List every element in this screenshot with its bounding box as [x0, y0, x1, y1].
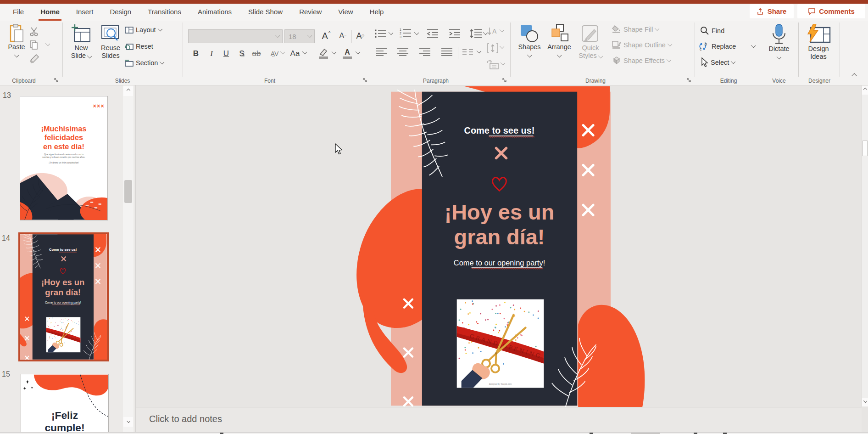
- line-spacing-button[interactable]: [470, 28, 482, 39]
- clear-formatting-button[interactable]: A▯: [353, 29, 367, 43]
- font-color-chevron[interactable]: [356, 50, 360, 54]
- design-ideas-button[interactable]: Design Ideas: [802, 24, 835, 61]
- dictate-button[interactable]: Dictate: [763, 24, 795, 60]
- arrange-button[interactable]: Arrange: [545, 24, 573, 58]
- align-center-button[interactable]: [397, 48, 408, 57]
- reuse-slides-button[interactable]: Reuse Slides: [97, 24, 124, 60]
- grow-font-button[interactable]: A^: [319, 29, 333, 43]
- grand-opening-image[interactable]: GRAND OPENING designed by freepik.com: [457, 299, 544, 388]
- copy-dropdown-chevron[interactable]: [45, 41, 50, 46]
- numbering-chevron[interactable]: [414, 30, 419, 35]
- tab-slide-show[interactable]: Slide Show: [240, 4, 291, 21]
- slide-headline[interactable]: Come to see us!: [464, 125, 534, 135]
- slide-subtitle[interactable]: Come to our opening party!: [45, 301, 81, 304]
- bold-button[interactable]: B: [189, 47, 203, 61]
- tab-insert[interactable]: Insert: [68, 4, 102, 21]
- change-case-button[interactable]: Aa: [288, 47, 302, 61]
- layout-button[interactable]: Layout: [125, 26, 162, 34]
- paragraph-dialog-launcher[interactable]: [502, 78, 508, 84]
- drawing-dialog-launcher[interactable]: [686, 78, 692, 84]
- slide-title[interactable]: ¡Hoy es un gran día!: [41, 277, 84, 297]
- decrease-indent-button[interactable]: [427, 28, 439, 39]
- thumbnail-scroll-up-arrow[interactable]: [123, 86, 133, 96]
- canvas-scrollbar[interactable]: [862, 85, 868, 407]
- italic-button[interactable]: I: [205, 47, 218, 61]
- replace-chevron[interactable]: [751, 43, 756, 48]
- align-right-button[interactable]: [419, 48, 430, 57]
- thumbnail-scrollbar-thumb[interactable]: [124, 180, 132, 203]
- highlight-color-button[interactable]: [317, 48, 329, 60]
- increase-indent-button[interactable]: [449, 28, 461, 39]
- tab-home[interactable]: Home: [32, 4, 68, 21]
- font-color-button[interactable]: A: [341, 48, 353, 60]
- tab-review[interactable]: Review: [291, 4, 330, 21]
- tab-view[interactable]: View: [330, 4, 361, 21]
- share-button[interactable]: Share: [750, 4, 794, 18]
- shape-outline-button[interactable]: Shape Outline: [612, 41, 672, 49]
- justify-button[interactable]: [441, 48, 452, 57]
- tab-transitions[interactable]: Transitions: [139, 4, 189, 21]
- numbering-button[interactable]: 123: [399, 28, 411, 39]
- replace-button[interactable]: bc Replace: [698, 42, 736, 51]
- text-direction-chevron[interactable]: [500, 28, 504, 32]
- find-button[interactable]: Find: [700, 26, 724, 35]
- align-text-chevron[interactable]: [500, 44, 504, 49]
- font-dialog-launcher[interactable]: [362, 78, 368, 84]
- shape-effects-button[interactable]: Shape Effects: [612, 56, 671, 64]
- align-left-button[interactable]: [376, 48, 387, 57]
- paste-button[interactable]: Paste: [5, 24, 28, 58]
- canvas-scrollbar-thumb[interactable]: [862, 141, 868, 156]
- reset-label: Reset: [136, 43, 153, 50]
- align-text-button[interactable]: [487, 43, 498, 54]
- select-button[interactable]: Select: [700, 57, 735, 67]
- columns-button[interactable]: [462, 49, 473, 56]
- tab-design[interactable]: Design: [101, 4, 139, 21]
- slide-15-thumbnail[interactable]: ¡Feliz cumple!: [21, 374, 109, 434]
- cut-button[interactable]: [29, 27, 39, 36]
- character-spacing-button[interactable]: AV↔: [266, 47, 280, 61]
- character-spacing-chevron[interactable]: [280, 50, 285, 54]
- notes-panel[interactable]: Click to add notes: [136, 407, 862, 432]
- bullets-chevron[interactable]: [389, 30, 393, 35]
- comments-button[interactable]: Comments: [797, 4, 865, 18]
- clipboard-dialog-launcher[interactable]: [54, 78, 60, 84]
- strikethrough-button[interactable]: ab: [250, 47, 263, 61]
- canvas-scroll-down-arrow[interactable]: [862, 398, 868, 406]
- canvas-scroll-up-arrow[interactable]: [862, 86, 868, 95]
- collapse-ribbon-chevron[interactable]: [851, 73, 857, 78]
- slide-14-thumbnail[interactable]: Come to see us! ¡Hoy es un gran día! Com…: [18, 232, 109, 361]
- convert-smartart-button[interactable]: [486, 59, 499, 70]
- new-slide-button[interactable]: New Slide: [68, 24, 95, 60]
- convert-smartart-chevron[interactable]: [501, 61, 505, 65]
- bullets-button[interactable]: [374, 28, 386, 39]
- text-direction-button[interactable]: A: [487, 26, 498, 37]
- copy-button[interactable]: [29, 40, 39, 50]
- reset-button[interactable]: Reset: [125, 43, 153, 50]
- tab-animations[interactable]: Animations: [189, 4, 240, 21]
- tab-help[interactable]: Help: [362, 4, 392, 21]
- shapes-button[interactable]: Shapes: [517, 24, 542, 58]
- slide-headline[interactable]: Come to see us!: [49, 248, 77, 252]
- quick-styles-button[interactable]: Quick Styles: [576, 24, 605, 60]
- shape-fill-button[interactable]: Shape Fill: [612, 25, 659, 33]
- underline-button[interactable]: U: [219, 47, 233, 61]
- grand-opening-image[interactable]: GRAND OPENING designed by freepik.com: [46, 317, 81, 352]
- columns-chevron[interactable]: [477, 49, 481, 53]
- highlight-color-chevron[interactable]: [332, 50, 336, 54]
- font-name-combobox[interactable]: [188, 29, 283, 43]
- slide-title[interactable]: ¡Hoy es un gran día!: [445, 200, 555, 249]
- slide-13-thumbnail[interactable]: ××× ¡Muchísimas felicidades en este día!…: [20, 96, 108, 220]
- notes-placeholder[interactable]: Click to add notes: [149, 414, 222, 424]
- font-size-combobox[interactable]: 18: [284, 29, 315, 43]
- section-button[interactable]: Section: [125, 59, 164, 67]
- slide-canvas[interactable]: Come to see us! ¡Hoy es un gran día! Com…: [391, 91, 611, 406]
- slide-subtitle[interactable]: Come to our opening party!: [454, 259, 545, 267]
- thumbnail-scroll-down-arrow[interactable]: [123, 417, 133, 427]
- thumbnail-scrollbar[interactable]: [123, 85, 134, 432]
- change-case-chevron[interactable]: [302, 50, 307, 54]
- shrink-font-button[interactable]: Aˬ: [336, 29, 350, 43]
- format-painter-button[interactable]: [29, 54, 39, 64]
- align-left-icon: [376, 48, 387, 57]
- tab-file[interactable]: File: [5, 4, 32, 21]
- text-shadow-button[interactable]: S: [235, 47, 249, 61]
